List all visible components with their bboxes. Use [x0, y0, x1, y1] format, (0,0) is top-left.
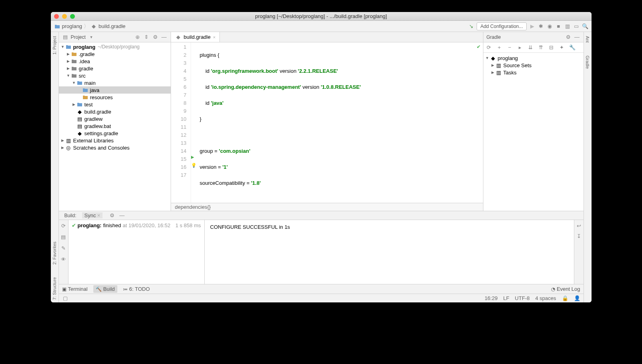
- stop-icon[interactable]: ■: [555, 23, 562, 30]
- hide-icon[interactable]: —: [119, 212, 125, 219]
- tree-item[interactable]: gradlew: [85, 116, 103, 122]
- tree-root-path: ~/Desktop/proglang: [98, 44, 139, 50]
- indent[interactable]: 4 spaces: [535, 295, 556, 301]
- encoding[interactable]: UTF-8: [515, 295, 530, 301]
- status-bar: ▢ 16:29 LF UTF-8 4 spaces 🔒 👤: [59, 294, 584, 302]
- project-panel: ▤ Project ▼ ⊕ ⇕ ⚙ — ▼proglang~/Desktop/p…: [59, 32, 171, 211]
- gear-icon[interactable]: ⚙: [152, 34, 159, 40]
- hide-icon[interactable]: —: [574, 34, 580, 40]
- rail-project[interactable]: 1: Project: [52, 34, 57, 57]
- bulb-icon[interactable]: 💡: [191, 163, 197, 168]
- right-tool-rail: Ant Gradle: [584, 32, 592, 302]
- gear-icon[interactable]: ⚙: [565, 34, 572, 40]
- dropdown-icon[interactable]: ▼: [88, 34, 95, 40]
- breadcrumb-project[interactable]: proglang: [62, 23, 83, 29]
- rail-favorites[interactable]: 2: Favorites: [52, 239, 57, 267]
- tree-item[interactable]: .gradle: [79, 51, 95, 57]
- run-gutter-icon[interactable]: ▶: [191, 155, 194, 159]
- lock-icon[interactable]: 🔒: [562, 295, 568, 302]
- locate-icon[interactable]: ⊕: [135, 34, 141, 40]
- tree-root[interactable]: proglang: [73, 44, 96, 50]
- editor-tab[interactable]: ◆ build.gradle ×: [171, 32, 220, 42]
- softwrap-icon[interactable]: ↩: [576, 222, 582, 229]
- project-structure-icon[interactable]: ▥: [564, 23, 571, 30]
- close-tab-icon[interactable]: ×: [213, 35, 215, 40]
- search-icon[interactable]: 🔍: [582, 23, 588, 30]
- run-icon[interactable]: ▶: [529, 23, 535, 30]
- minus-icon[interactable]: −: [507, 44, 513, 51]
- task-icon[interactable]: ✦: [559, 44, 565, 51]
- terminal-button[interactable]: ▣ Terminal: [62, 286, 88, 292]
- gradle-root[interactable]: proglang: [498, 55, 518, 61]
- eye-icon[interactable]: 👁: [60, 256, 66, 262]
- debug-icon[interactable]: ✱: [538, 23, 544, 30]
- sync-tab[interactable]: Sync ×: [82, 212, 103, 218]
- build-right-rail: ↩ ↧: [574, 220, 584, 284]
- tree-item[interactable]: External Libraries: [73, 138, 114, 144]
- tab-label: build.gradle: [184, 34, 211, 40]
- rail-structure[interactable]: 7: Structure: [52, 275, 57, 302]
- expand-icon[interactable]: ⇊: [527, 44, 534, 51]
- layout-icon[interactable]: ▭: [573, 23, 580, 30]
- coverage-icon[interactable]: ◉: [547, 23, 553, 30]
- gradle-file-icon: ◆: [175, 34, 181, 40]
- code-content[interactable]: plugins { id 'org.springframework.boot' …: [197, 42, 483, 203]
- tree-item[interactable]: src: [79, 73, 86, 79]
- tree-item[interactable]: test: [85, 102, 93, 108]
- project-panel-title[interactable]: Project: [71, 34, 86, 40]
- build-duration: 1 s 858 ms: [175, 222, 201, 228]
- hide-icon[interactable]: —: [161, 34, 167, 40]
- collapse-icon[interactable]: ⇈: [538, 44, 544, 51]
- rail-ant[interactable]: Ant: [585, 34, 590, 45]
- line-separator[interactable]: LF: [503, 295, 509, 301]
- editor-breadcrumb[interactable]: dependencies{}: [171, 203, 483, 211]
- tree-icon[interactable]: ✎: [60, 245, 66, 251]
- project-tree[interactable]: ▼proglang~/Desktop/proglang ▶.gradle ▶.i…: [59, 42, 171, 211]
- gradle-toolbar: ⟳ + − ▸ ⇊ ⇈ ⊟ ✦ 🔧: [483, 42, 584, 53]
- tree-item[interactable]: resources: [90, 94, 113, 100]
- plus-icon[interactable]: +: [496, 44, 503, 51]
- folder-icon: [54, 23, 60, 30]
- refresh-icon[interactable]: ⟳: [486, 44, 492, 51]
- build-tree[interactable]: ✔ proglang: finished at 19/01/2020, 16:5…: [68, 220, 205, 284]
- tree-item[interactable]: gradlew.bat: [85, 123, 111, 129]
- tree-item[interactable]: gradle: [79, 66, 93, 72]
- inspector-icon[interactable]: 👤: [574, 295, 580, 302]
- success-icon: ✔: [72, 222, 76, 228]
- inspection-ok-icon[interactable]: ✔: [477, 44, 481, 50]
- tree-item[interactable]: Scratches and Consoles: [73, 145, 130, 151]
- rail-gradle[interactable]: Gradle: [585, 53, 590, 71]
- build-rail: ⟳ ▤ ✎ 👁: [59, 220, 68, 284]
- window-title: proglang [~/Desktop/proglang] - .../buil…: [51, 13, 592, 19]
- gradle-sourcesets[interactable]: Source Sets: [503, 62, 532, 68]
- build-output[interactable]: CONFIGURE SUCCESSFUL in 1s: [205, 220, 574, 284]
- rerun-icon[interactable]: ⟳: [60, 222, 66, 229]
- status-icon[interactable]: ▢: [62, 295, 68, 302]
- tree-item[interactable]: .idea: [79, 58, 90, 64]
- scroll-icon[interactable]: ↧: [576, 233, 582, 239]
- build-label: Build:: [62, 213, 79, 218]
- code-area[interactable]: 1234567891011121314151617 ▶ 💡 plugins { …: [171, 42, 483, 203]
- wrench-icon[interactable]: 🔧: [569, 44, 576, 51]
- build-button[interactable]: 🔨 Build: [93, 285, 117, 293]
- cursor-position[interactable]: 16:29: [485, 295, 498, 301]
- breadcrumb-file[interactable]: build.gradle: [99, 23, 125, 29]
- filter-icon[interactable]: ▤: [60, 234, 66, 240]
- tree-item[interactable]: build.gradle: [85, 109, 111, 115]
- offline-icon[interactable]: ⊟: [548, 44, 555, 51]
- project-icon: ▤: [62, 34, 68, 40]
- execute-icon[interactable]: ▸: [517, 44, 523, 51]
- gradle-panel-title: Gradle: [487, 34, 501, 40]
- build-panel: Build: Sync × ⚙ — ⟳ ▤ ✎ 👁 ✔: [59, 211, 584, 284]
- build-hammer-icon[interactable]: ↘: [468, 23, 474, 30]
- event-log-button[interactable]: ◔ Event Log: [551, 286, 580, 292]
- todo-button[interactable]: ≔ 6: TODO: [123, 286, 150, 292]
- gear-icon[interactable]: ⚙: [109, 212, 115, 219]
- add-configuration-button[interactable]: Add Configuration...: [477, 22, 526, 30]
- gradle-tasks[interactable]: Tasks: [503, 70, 517, 76]
- tree-item[interactable]: main: [85, 80, 96, 86]
- tree-item-selected[interactable]: java: [90, 87, 100, 93]
- gradle-tree[interactable]: ▼◆proglang ▶▥Source Sets ▶▥Tasks: [483, 53, 584, 211]
- tree-item[interactable]: settings.gradle: [85, 130, 119, 136]
- collapse-icon[interactable]: ⇕: [143, 34, 150, 40]
